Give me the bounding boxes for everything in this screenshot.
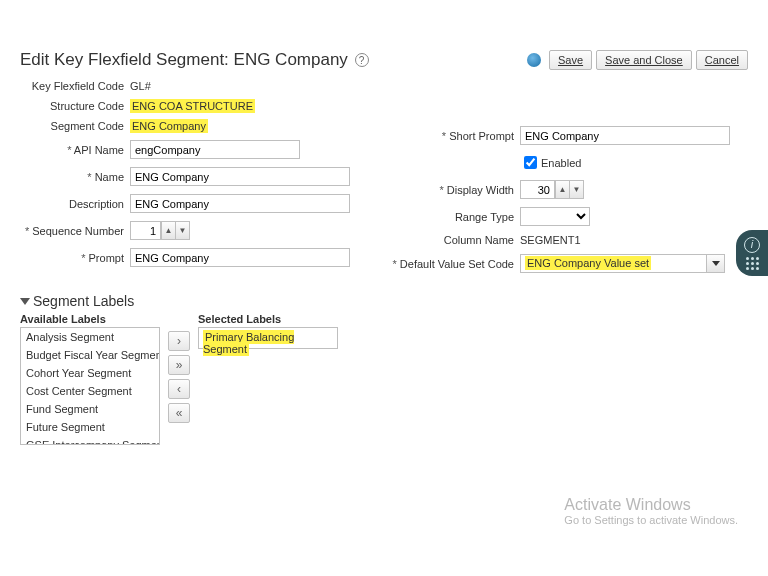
api-name-input[interactable]: [130, 140, 300, 159]
info-icon: i: [744, 237, 760, 253]
short-prompt-input[interactable]: [520, 126, 730, 145]
available-labels-header: Available Labels: [20, 313, 160, 325]
save-button[interactable]: Save: [549, 50, 592, 70]
selected-labels-header: Selected Labels: [198, 313, 338, 325]
spinner-up-icon[interactable]: ▲: [161, 222, 175, 239]
label-short-prompt: Short Prompt: [390, 130, 520, 142]
label-description: Description: [20, 198, 130, 210]
available-labels-list[interactable]: Analysis SegmentBudget Fiscal Year Segme…: [20, 327, 160, 445]
sequence-number-input[interactable]: [131, 222, 161, 239]
globe-icon[interactable]: [527, 53, 541, 67]
label-range-type: Range Type: [390, 211, 520, 223]
label-prompt: Prompt: [20, 252, 130, 264]
label-default-value-set-code: Default Value Set Code: [390, 258, 520, 270]
description-input[interactable]: [130, 194, 350, 213]
name-input[interactable]: [130, 167, 350, 186]
section-segment-labels[interactable]: Segment Labels: [20, 293, 748, 309]
label-segment-code: Segment Code: [20, 120, 130, 132]
available-label-item[interactable]: Future Segment: [21, 418, 159, 436]
spinner-up-icon[interactable]: ▲: [555, 181, 569, 198]
label-column-name: Column Name: [390, 234, 520, 246]
range-type-select[interactable]: [520, 207, 590, 226]
windows-watermark: Activate Windows Go to Settings to activ…: [564, 496, 738, 526]
spinner-down-icon[interactable]: ▼: [175, 222, 189, 239]
label-api-name: API Name: [20, 144, 130, 156]
value-column-name: SEGMENT1: [520, 234, 581, 246]
value-key-flexfield-code: GL#: [130, 80, 151, 92]
display-width-input[interactable]: [521, 181, 555, 198]
label-structure-code: Structure Code: [20, 100, 130, 112]
dropdown-icon[interactable]: [706, 255, 724, 272]
move-all-right-button[interactable]: »: [168, 355, 190, 375]
available-label-item[interactable]: Budget Fiscal Year Segment: [21, 346, 159, 364]
value-default-value-set-code: ENG Company Value set: [525, 256, 651, 270]
collapse-icon[interactable]: [20, 298, 30, 305]
selected-label-item[interactable]: Primary Balancing Segment: [203, 330, 294, 356]
sequence-number-spinner[interactable]: ▲ ▼: [130, 221, 190, 240]
spinner-down-icon[interactable]: ▼: [569, 181, 583, 198]
available-label-item[interactable]: Cohort Year Segment: [21, 364, 159, 382]
selected-labels-list[interactable]: Primary Balancing Segment: [198, 327, 338, 349]
info-bubble[interactable]: i: [736, 230, 768, 276]
available-label-item[interactable]: Analysis Segment: [21, 328, 159, 346]
label-sequence-number: Sequence Number: [20, 225, 130, 237]
available-label-item[interactable]: Cost Center Segment: [21, 382, 159, 400]
page-title: Edit Key Flexfield Segment: ENG Company …: [20, 50, 369, 70]
enabled-checkbox[interactable]: [524, 156, 537, 169]
cancel-button[interactable]: Cancel: [696, 50, 748, 70]
move-all-left-button[interactable]: «: [168, 403, 190, 423]
available-label-item[interactable]: Fund Segment: [21, 400, 159, 418]
label-name: Name: [20, 171, 130, 183]
help-icon[interactable]: ?: [355, 53, 369, 67]
label-enabled: Enabled: [541, 157, 581, 169]
label-display-width: Display Width: [390, 184, 520, 196]
save-and-close-button[interactable]: Save and Close: [596, 50, 692, 70]
label-key-flexfield-code: Key Flexfield Code: [20, 80, 130, 92]
display-width-spinner[interactable]: ▲ ▼: [520, 180, 584, 199]
prompt-input[interactable]: [130, 248, 350, 267]
default-value-set-code-combo[interactable]: ENG Company Value set: [520, 254, 725, 273]
move-right-button[interactable]: ›: [168, 331, 190, 351]
move-left-button[interactable]: ‹: [168, 379, 190, 399]
keypad-icon: [746, 257, 759, 270]
available-label-item[interactable]: GSE Intercompany Segment: [21, 436, 159, 445]
value-segment-code: ENG Company: [130, 119, 208, 133]
value-structure-code: ENG COA STRUCTURE: [130, 99, 255, 113]
